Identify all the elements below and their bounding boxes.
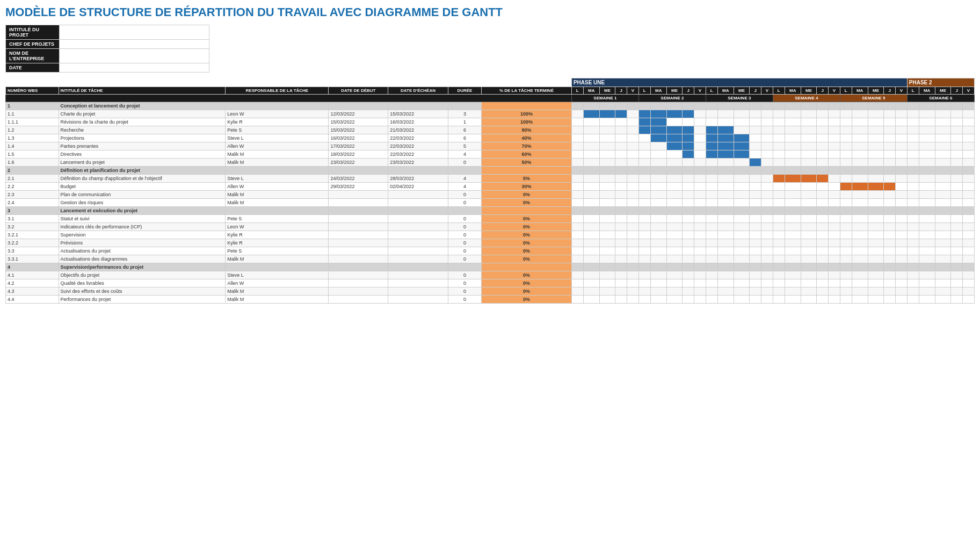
gantt-cell: [717, 175, 734, 183]
gantt-cell: [919, 215, 935, 223]
gantt-cell: [599, 215, 615, 223]
gantt-cell: [951, 288, 963, 296]
gantt-cell: [615, 255, 627, 263]
gantt-table: PHASE UNE PHASE 2 NUMÉRO WBS INTITULÉ DE…: [5, 78, 975, 304]
gantt-cell: [817, 167, 829, 175]
day-s2-l: L: [638, 87, 650, 95]
gantt-cell: [907, 110, 919, 118]
gantt-cell: [919, 207, 935, 215]
gantt-cell: [919, 263, 935, 271]
gantt-cell: [638, 191, 650, 199]
gantt-cell: [571, 142, 583, 150]
gantt-cell: [627, 231, 639, 239]
day-s4-j: J: [817, 87, 829, 95]
gantt-cell: [896, 199, 908, 207]
gantt-cell: [785, 247, 801, 255]
gantt-cell: [951, 199, 963, 207]
gantt-cell: [750, 239, 761, 247]
gantt-cell: [683, 183, 694, 191]
gantt-cell: [785, 199, 801, 207]
gantt-cell: [829, 134, 840, 142]
table-row: 3.2.2PrévisionsKylie R00%: [6, 239, 975, 247]
gantt-cell: [571, 199, 583, 207]
gantt-cell: [840, 296, 852, 304]
gantt-cell: [683, 255, 694, 263]
gantt-cell: [801, 255, 817, 263]
gantt-cell: [963, 110, 975, 118]
gantt-cell: [571, 296, 583, 304]
gantt-cell: [638, 159, 650, 167]
gantt-cell: [801, 142, 817, 150]
gantt-cell: [694, 134, 706, 142]
gantt-cell: [919, 199, 935, 207]
gantt-cell: [683, 175, 694, 183]
gantt-cell: [734, 255, 750, 263]
gantt-cell: [817, 279, 829, 288]
gantt-cell: [896, 118, 908, 126]
gantt-cell: [852, 110, 868, 118]
gantt-cell: [919, 279, 935, 288]
gantt-cell: [638, 247, 650, 255]
gantt-cell: [773, 102, 785, 110]
gantt-cell: [884, 134, 896, 142]
gantt-cell: [829, 142, 840, 150]
gantt-cell: [801, 183, 817, 191]
gantt-cell: [773, 183, 785, 191]
gantt-cell: [638, 215, 650, 223]
gantt-cell: [935, 255, 951, 263]
gantt-cell: [571, 288, 583, 296]
gantt-cell: [852, 199, 868, 207]
gantt-cell: [599, 134, 615, 142]
gantt-cell: [868, 231, 884, 239]
gantt-cell: [840, 191, 852, 199]
gantt-cell: [683, 263, 694, 271]
gantt-cell: [884, 215, 896, 223]
gantt-cell: [734, 150, 750, 159]
gantt-cell: [785, 126, 801, 134]
gantt-cell: [627, 102, 639, 110]
gantt-cell: [694, 279, 706, 288]
gantt-cell: [951, 271, 963, 279]
gantt-cell: [935, 231, 951, 239]
gantt-cell: [907, 207, 919, 215]
gantt-cell: [817, 223, 829, 231]
gantt-cell: [627, 126, 639, 134]
gantt-cell: [919, 134, 935, 142]
gantt-cell: [785, 102, 801, 110]
gantt-cell: [852, 215, 868, 223]
gantt-cell: [785, 239, 801, 247]
table-row: 3Lancement et exécution du projet: [6, 207, 975, 215]
gantt-cell: [868, 288, 884, 296]
gantt-cell: [951, 255, 963, 263]
day-s4-ma: Ma: [785, 87, 801, 95]
gantt-cell: [599, 271, 615, 279]
gantt-cell: [919, 102, 935, 110]
gantt-cell: [884, 191, 896, 199]
day-s6-ma: Ma: [919, 87, 935, 95]
gantt-cell: [868, 142, 884, 150]
gantt-cell: [829, 231, 840, 239]
gantt-cell: [817, 215, 829, 223]
gantt-cell: [907, 150, 919, 159]
gantt-cell: [951, 102, 963, 110]
gantt-cell: [935, 247, 951, 255]
gantt-cell: [583, 142, 599, 150]
gantt-cell: [840, 239, 852, 247]
gantt-cell: [717, 231, 734, 239]
gantt-cell: [951, 126, 963, 134]
gantt-cell: [571, 279, 583, 288]
gantt-cell: [571, 102, 583, 110]
gantt-cell: [694, 223, 706, 231]
gantt-cell: [884, 247, 896, 255]
gantt-cell: [817, 175, 829, 183]
gantt-cell: [583, 167, 599, 175]
gantt-cell: [583, 296, 599, 304]
gantt-cell: [717, 159, 734, 167]
gantt-cell: [761, 118, 773, 126]
gantt-cell: [884, 271, 896, 279]
gantt-cell: [717, 271, 734, 279]
gantt-cell: [615, 150, 627, 159]
gantt-cell: [666, 110, 683, 118]
gantt-cell: [615, 223, 627, 231]
gantt-cell: [650, 239, 666, 247]
